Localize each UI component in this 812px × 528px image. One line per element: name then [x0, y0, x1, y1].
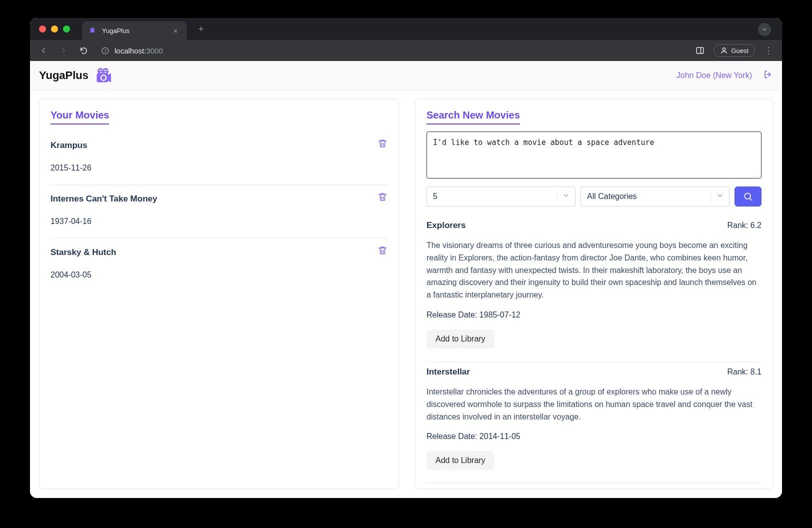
category-select[interactable]: All Categories — [580, 186, 730, 206]
browser-window: YugaPlus × + localhost:3000 Guest — [30, 18, 782, 498]
library-item: Krampus2015-11-26 — [50, 132, 388, 185]
result-title: Interstellar — [426, 367, 470, 377]
search-panel: Search New Movies 5 All Categories — [415, 99, 773, 489]
close-window-button[interactable] — [39, 26, 46, 32]
delete-button[interactable] — [378, 138, 388, 150]
result-description: Interstellar chronicles the adventures o… — [426, 386, 762, 423]
minimize-window-button[interactable] — [51, 26, 58, 32]
result-title: Explorers — [426, 220, 466, 230]
info-icon — [101, 46, 110, 55]
svg-point-1 — [90, 28, 92, 30]
result-title: Conquest of Space — [426, 488, 504, 489]
search-controls: 5 All Categories — [426, 186, 762, 206]
search-result: InterstellarRank: 8.1Interstellar chroni… — [426, 362, 762, 484]
tabs-dropdown-icon[interactable] — [758, 23, 771, 36]
browser-toolbar: localhost:3000 Guest ⋮ — [30, 40, 782, 61]
result-release-date: Release Date: 2014-11-05 — [426, 432, 762, 441]
svg-point-12 — [99, 70, 100, 71]
browser-tab[interactable]: YugaPlus × — [82, 21, 187, 40]
window-controls — [30, 26, 70, 32]
limit-select[interactable]: 5 — [426, 186, 576, 206]
url-port: 3000 — [146, 46, 162, 55]
profile-icon — [720, 46, 728, 54]
browser-menu-button[interactable]: ⋮ — [761, 43, 776, 58]
address-bar[interactable]: localhost:3000 — [101, 46, 163, 55]
logout-icon[interactable] — [763, 70, 773, 82]
brand-name: YugaPlus — [39, 69, 88, 82]
side-panel-icon[interactable] — [692, 43, 708, 58]
library-item: Internes Can't Take Money1937-04-16 — [50, 185, 388, 238]
trash-icon — [378, 192, 388, 202]
movie-title: Internes Can't Take Money — [50, 194, 388, 204]
svg-point-2 — [92, 28, 94, 30]
library-item: Starsky & Hutch2004-03-05 — [50, 238, 388, 292]
movie-date: 2004-03-05 — [50, 270, 388, 280]
svg-point-15 — [106, 70, 108, 71]
maximize-window-button[interactable] — [63, 26, 70, 32]
library-heading: Your Movies — [50, 110, 109, 124]
camera-icon — [94, 66, 112, 84]
svg-rect-6 — [697, 48, 704, 54]
category-value: All Categories — [587, 192, 637, 201]
result-release-date: Release Date: 1985-07-12 — [426, 310, 762, 320]
search-button[interactable] — [734, 186, 762, 206]
reload-button[interactable] — [76, 43, 91, 58]
app-content: YugaPlus John Doe (New York) — [30, 61, 782, 498]
search-input[interactable] — [426, 132, 762, 178]
camera-icon — [89, 26, 97, 34]
limit-value: 5 — [433, 192, 438, 201]
url-host: localhost: — [114, 46, 146, 55]
search-icon — [743, 192, 753, 202]
result-description: The visionary dreams of three curious an… — [426, 240, 762, 302]
user-link[interactable]: John Doe (New York) — [676, 71, 752, 80]
chevron-down-icon — [716, 192, 724, 202]
trash-icon — [378, 246, 388, 256]
trash-icon — [378, 138, 388, 148]
svg-point-13 — [102, 70, 103, 71]
movie-title: Starsky & Hutch — [50, 248, 388, 258]
movie-date: 1937-04-16 — [50, 217, 388, 226]
search-heading: Search New Movies — [426, 110, 520, 124]
search-result: ExplorersRank: 6.2The visionary dreams o… — [426, 216, 762, 362]
tab-title: YugaPlus — [102, 27, 130, 34]
movie-date: 2015-11-26 — [50, 164, 388, 172]
profile-label: Guest — [731, 47, 748, 54]
movie-title: Krampus — [50, 140, 388, 150]
search-result: Conquest of SpaceRank: 5 — [426, 484, 762, 489]
chevron-down-icon — [562, 192, 570, 202]
svg-point-14 — [104, 70, 106, 71]
close-tab-icon[interactable]: × — [171, 26, 180, 35]
app-header: YugaPlus John Doe (New York) — [30, 61, 782, 90]
new-tab-button[interactable]: + — [194, 22, 208, 36]
panels: Your Movies Krampus2015-11-26Internes Ca… — [30, 90, 782, 498]
delete-button[interactable] — [378, 246, 388, 258]
library-panel: Your Movies Krampus2015-11-26Internes Ca… — [39, 99, 399, 489]
browser-titlebar: YugaPlus × + — [30, 18, 782, 40]
back-button[interactable] — [36, 43, 51, 58]
svg-point-17 — [104, 72, 106, 73]
result-rank: Rank: 6.2 — [728, 221, 762, 230]
svg-line-20 — [750, 198, 752, 200]
svg-point-16 — [100, 72, 102, 73]
svg-point-8 — [723, 48, 726, 50]
add-to-library-button[interactable]: Add to Library — [426, 330, 494, 348]
svg-rect-0 — [90, 29, 94, 32]
forward-button[interactable] — [56, 43, 71, 58]
result-rank: Rank: 8.1 — [728, 368, 762, 376]
delete-button[interactable] — [378, 192, 388, 204]
add-to-library-button[interactable]: Add to Library — [426, 451, 494, 470]
user-area: John Doe (New York) — [676, 70, 773, 82]
profile-button[interactable]: Guest — [714, 44, 755, 57]
